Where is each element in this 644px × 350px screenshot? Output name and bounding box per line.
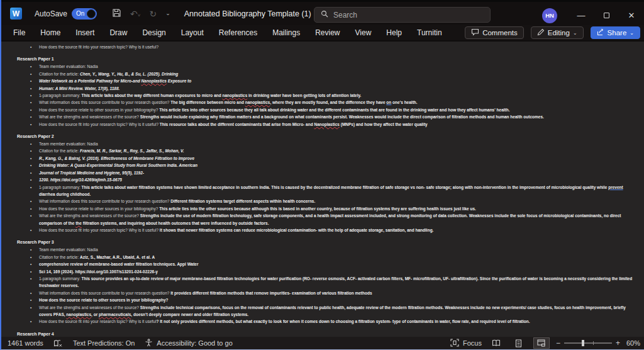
close-button[interactable]: ✕ — [619, 4, 644, 27]
bullet-line: •Team member evaluation: Nadia — [1, 140, 644, 147]
zoom-slider[interactable] — [564, 342, 612, 344]
pencil-icon — [537, 28, 545, 37]
menu-tab-turnitin[interactable]: Turnitin — [417, 28, 442, 37]
bullet-line: •How does the source fit into your resea… — [1, 227, 644, 234]
bullet-marker: • — [30, 106, 31, 113]
bullet-marker: • — [30, 169, 31, 176]
bullet-line: •How does the source fit into your resea… — [1, 43, 644, 50]
save-icon[interactable] — [112, 8, 121, 19]
read-mode-icon[interactable] — [488, 337, 504, 349]
bullet-line: •Citation for the article: Francis, M. R… — [1, 147, 644, 154]
quick-access-chevron-icon[interactable]: ⌄ — [165, 11, 170, 16]
accessibility-icon — [145, 339, 153, 348]
minimize-button[interactable]: — — [569, 4, 594, 27]
title-bar: W AutoSave On ↶˅ ↻ ⌄ Annotated Bibliogra… — [1, 0, 644, 25]
search-placeholder: Search — [333, 11, 357, 20]
bullet-line: •What are the strengths and weaknesses o… — [1, 304, 644, 319]
focus-button[interactable]: Focus — [450, 339, 482, 348]
editing-button[interactable]: Editing ⌄ — [531, 26, 584, 39]
document-title[interactable]: Annotated Bibliography Template (1) — [184, 9, 311, 18]
undo-icon: ↶˅ — [130, 9, 140, 18]
bullet-line: •1-paragraph summary: This article talks… — [1, 184, 644, 198]
zoom-control: − + — [556, 339, 620, 347]
maximize-button[interactable] — [594, 4, 619, 27]
bullet-marker: • — [30, 155, 31, 162]
section-heading: Research Paper 1 — [1, 56, 644, 62]
accessibility-status[interactable]: Accessibility: Good to go — [145, 339, 232, 348]
word-logo-icon: W — [10, 8, 22, 20]
ribbon-tab-bar: FileHomeInsertDrawDesignLayoutReferences… — [1, 25, 644, 40]
section-heading: Research Paper 2 — [1, 133, 644, 139]
word-count[interactable]: 1461 words — [8, 339, 43, 347]
menu-tab-references[interactable]: References — [219, 28, 257, 37]
avatar[interactable]: HN — [542, 8, 557, 23]
bullet-marker: • — [30, 113, 31, 120]
menu-tabs: FileHomeInsertDrawDesignLayoutReferences… — [1, 28, 442, 37]
comments-button[interactable]: Comments — [465, 26, 524, 39]
bullet-marker: • — [30, 85, 31, 92]
section-heading: Research Paper 4 — [1, 331, 644, 337]
search-icon — [321, 10, 328, 20]
bullet-line: •What information does this source contr… — [1, 290, 644, 296]
bullet-line: •How does the source relate to other sou… — [1, 205, 644, 212]
menu-tab-home[interactable]: Home — [40, 28, 60, 37]
menu-tab-design[interactable]: Design — [142, 28, 165, 37]
bullet-marker: • — [30, 212, 31, 219]
share-chevron-icon: ⌄ — [630, 30, 634, 36]
bullet-marker: • — [30, 71, 31, 77]
menu-tab-help[interactable]: Help — [386, 28, 402, 37]
bullet-marker: • — [30, 121, 31, 128]
bullet-line: •Citation for the article: Aziz, S., Maz… — [1, 254, 644, 261]
bullet-line: •What information does this source contr… — [1, 198, 644, 205]
word-window: W AutoSave On ↶˅ ↻ ⌄ Annotated Bibliogra… — [0, 0, 644, 350]
menu-tab-draw[interactable]: Draw — [109, 28, 127, 37]
bullet-line: •What are the strengths and weaknesses o… — [1, 113, 644, 120]
bullet-marker: • — [30, 205, 31, 212]
bullet-line: •comprehensive review of membrane-based … — [1, 261, 644, 268]
bullet-line: •1-paragraph summary: This source provid… — [1, 275, 644, 290]
bullet-marker: • — [30, 304, 31, 311]
document-canvas[interactable]: •How does the source fit into your resea… — [1, 40, 644, 337]
bullet-line: •R., Kang, G., & Balraj, V. (2016). Effe… — [1, 155, 644, 162]
menu-tab-mailings[interactable]: Mailings — [272, 28, 300, 37]
autosave-toggle[interactable]: On — [72, 8, 97, 20]
autosave-label: AutoSave — [35, 9, 67, 18]
bullet-marker: • — [30, 296, 31, 303]
share-label: Share — [608, 29, 627, 37]
text-predictions[interactable]: Text Predictions: On — [73, 339, 135, 347]
zoom-out-button[interactable]: − — [556, 339, 560, 347]
bullet-marker: • — [30, 140, 31, 147]
bullet-line: •Team member evaluation: Nadia — [1, 246, 644, 253]
bullet-marker: • — [30, 43, 31, 50]
share-icon — [597, 28, 604, 37]
menu-tab-review[interactable]: Review — [315, 28, 340, 37]
bullet-marker: • — [30, 268, 31, 275]
menu-tab-insert[interactable]: Insert — [75, 28, 94, 37]
bullet-line: •Team member evaluation: Nadia — [1, 63, 644, 70]
editing-chevron-icon: ⌄ — [573, 30, 577, 36]
search-input[interactable]: Search — [314, 7, 491, 23]
zoom-level[interactable]: 60% — [626, 339, 640, 347]
zoom-slider-thumb[interactable] — [582, 340, 584, 346]
toggle-knob — [87, 9, 96, 18]
share-button[interactable]: Share ⌄ — [591, 26, 640, 39]
zoom-in-button[interactable]: + — [616, 339, 620, 347]
bullet-line: •How does the source fit into your resea… — [1, 318, 644, 325]
web-layout-icon[interactable] — [533, 337, 550, 349]
status-bar: 1461 words Text Predictions: On Accessib… — [1, 337, 644, 349]
bullet-marker: • — [30, 261, 31, 268]
bullet-marker: • — [30, 92, 31, 99]
bullet-marker: • — [30, 176, 31, 183]
menu-tab-file[interactable]: File — [13, 28, 25, 37]
comments-label: Comments — [482, 29, 518, 37]
bullet-line: •Drinking Water: A Quasi-Experimental St… — [1, 162, 644, 169]
bullet-marker: • — [30, 246, 31, 253]
menu-tab-view[interactable]: View — [355, 28, 372, 37]
bullet-line: •1-paragraph summary: This article talks… — [1, 92, 644, 99]
redo-icon: ↻ — [149, 9, 157, 18]
menu-tab-layout[interactable]: Layout — [181, 28, 204, 37]
bullet-marker: • — [30, 147, 31, 154]
bullet-line: •What information does this source contr… — [1, 99, 644, 106]
proofing-errors-icon[interactable] — [53, 339, 63, 347]
print-layout-icon[interactable] — [511, 337, 527, 349]
